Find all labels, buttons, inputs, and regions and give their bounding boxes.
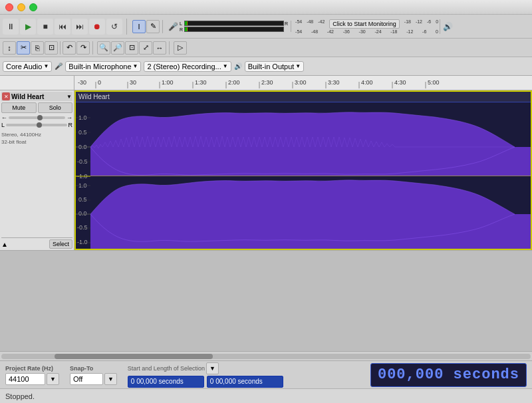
project-rate-input[interactable] bbox=[5, 373, 45, 385]
selection-start-input[interactable]: 0 00,000 seconds bbox=[128, 376, 204, 388]
timeline-ruler: -30 0 30 1:00 1:30 2:00 2:30 3:00 3:30 4… bbox=[0, 76, 532, 90]
track-select-button[interactable]: Select bbox=[49, 239, 72, 249]
redo-btn[interactable]: ↷ bbox=[76, 41, 90, 55]
mute-button[interactable]: Mute bbox=[1, 102, 37, 113]
snap-to-label: Snap-To bbox=[70, 365, 117, 372]
vu-fill-l bbox=[185, 21, 188, 25]
tools-section: I ✎ bbox=[130, 20, 163, 33]
click-to-monitor-button[interactable]: Click to Start Monitoring bbox=[329, 19, 400, 29]
output-device-select[interactable]: Built-in Output ▼ bbox=[245, 61, 305, 72]
next-button[interactable]: ⏭ bbox=[72, 19, 88, 35]
pencil-tool[interactable]: ✎ bbox=[146, 20, 160, 33]
snap-to-value: Off bbox=[70, 373, 103, 385]
loop-button[interactable]: ↺ bbox=[106, 19, 122, 35]
selection-group: Start and Length of Selection ▼ 0 00,000… bbox=[128, 362, 283, 388]
gain-row: ← → bbox=[1, 114, 72, 121]
main-track-area: ✕ Wild Heart ▼ Mute Solo ← → L R Stereo, bbox=[0, 90, 532, 250]
audio-host-select[interactable]: Core Audio ▼ bbox=[3, 61, 52, 72]
pause-button[interactable]: ⏸ bbox=[3, 19, 19, 35]
scrollbar-track[interactable] bbox=[1, 354, 531, 359]
track-arrow-icon[interactable]: ▲ bbox=[1, 241, 8, 248]
maximize-button[interactable] bbox=[29, 3, 37, 11]
big-time-display-container: 000,000 seconds bbox=[370, 363, 527, 387]
svg-text:3:30: 3:30 bbox=[328, 79, 340, 86]
scrollbar-thumb[interactable] bbox=[55, 354, 213, 359]
input-device-select[interactable]: Built-in Microphone ▼ bbox=[65, 61, 141, 72]
play-tools-section: ▷ bbox=[171, 41, 190, 55]
project-rate-group: Project Rate (Hz) ▼ bbox=[5, 365, 59, 385]
zoom-sel-btn[interactable]: ⊡ bbox=[125, 41, 138, 55]
waveform-display: Wild Heart 1.0 0.5 0.0 -0.5 -1.0 bbox=[74, 90, 532, 250]
svg-text:2:00: 2:00 bbox=[228, 79, 240, 86]
big-time-display: 000,000 seconds bbox=[370, 363, 527, 387]
envelope-tool-btn[interactable]: ✂ bbox=[17, 41, 30, 55]
play-button[interactable]: ▶ bbox=[20, 19, 36, 35]
mic-icon: 🎤 bbox=[168, 22, 178, 31]
zoom-out-btn[interactable]: 🔎 bbox=[111, 41, 124, 55]
pan-slider[interactable] bbox=[6, 124, 66, 126]
selection-end-input[interactable]: 0 00,000 seconds bbox=[207, 376, 283, 388]
vu-meter-l bbox=[184, 21, 284, 26]
zoom-fit-btn[interactable]: ⤢ bbox=[139, 41, 152, 55]
undo-btn[interactable]: ↶ bbox=[63, 41, 76, 55]
horizontal-scrollbar[interactable] bbox=[0, 351, 532, 360]
zoom-fit2-btn[interactable]: ↔ bbox=[153, 41, 166, 55]
traffic-lights bbox=[5, 3, 37, 11]
svg-text:2:30: 2:30 bbox=[261, 79, 273, 86]
svg-text:3:00: 3:00 bbox=[295, 79, 307, 86]
status-text: Stopped. bbox=[5, 392, 35, 400]
ruler-track-offset bbox=[0, 76, 74, 90]
channels-select[interactable]: 2 (Stereo) Recording... ▼ bbox=[144, 61, 231, 72]
minimize-button[interactable] bbox=[17, 3, 25, 11]
selection-type-dropdown[interactable]: ▼ bbox=[206, 362, 219, 374]
prev-button[interactable]: ⏮ bbox=[55, 19, 70, 35]
svg-text:4:30: 4:30 bbox=[394, 79, 406, 86]
track-collapse-button[interactable]: ▼ bbox=[66, 94, 72, 100]
transport-controls: ⏸ ▶ ■ ⏮ ⏭ ⏺ ↺ bbox=[3, 19, 127, 35]
waveform-title-bar: Wild Heart bbox=[76, 92, 531, 102]
zoom-tools-section: 🔍 🔎 ⊡ ⤢ ↔ bbox=[94, 41, 170, 55]
vsep1 bbox=[60, 41, 61, 55]
select-tool-btn[interactable]: ↕ bbox=[3, 41, 16, 55]
draw-tool-btn[interactable]: ⎘ bbox=[31, 41, 44, 55]
vu-scale-bottom: -54 -48 -42 -36 -30 -24 -18 -12 -6 0 bbox=[295, 29, 438, 34]
vu-r-right-label: R bbox=[285, 21, 288, 26]
status-bar: Stopped. bbox=[0, 388, 532, 403]
svg-text:0: 0 bbox=[98, 79, 101, 86]
input-vu-row: 🎤 L R R bbox=[168, 21, 288, 32]
vu-fill-r bbox=[185, 27, 188, 31]
toolbar-row1: ⏸ ▶ ■ ⏮ ⏭ ⏺ ↺ I ✎ 🎤 L R R bbox=[0, 15, 532, 39]
pan-row: L R bbox=[1, 122, 72, 128]
zoom-in-btn[interactable]: 🔍 bbox=[97, 41, 110, 55]
snap-to-group: Snap-To Off ▼ bbox=[70, 365, 117, 385]
cursor-tool[interactable]: I bbox=[132, 20, 146, 33]
speaker-icon: 🔊 bbox=[443, 22, 453, 31]
bottom-controls: Project Rate (Hz) ▼ Snap-To Off ▼ Start … bbox=[0, 360, 532, 388]
snap-to-dropdown[interactable]: ▼ bbox=[104, 373, 117, 385]
solo-button[interactable]: Solo bbox=[38, 102, 73, 113]
waveform-title: Wild Heart bbox=[78, 93, 110, 100]
vu-l-row: L R bbox=[180, 21, 288, 26]
speaker-icon-device: 🔊 bbox=[234, 63, 242, 70]
record-button[interactable]: ⏺ bbox=[89, 19, 105, 35]
input-vu-meters: L R R bbox=[180, 21, 288, 32]
svg-text:0.0: 0.0 bbox=[78, 210, 87, 217]
vu-r-label: R bbox=[180, 27, 184, 32]
play-cursor-btn[interactable]: ▷ bbox=[174, 41, 187, 55]
ruler-svg: -30 0 30 1:00 1:30 2:00 2:30 3:00 3:30 4… bbox=[74, 76, 532, 88]
track-name: Wild Heart bbox=[11, 93, 66, 100]
pan-thumb bbox=[37, 122, 42, 128]
project-rate-input-row: ▼ bbox=[5, 373, 59, 385]
input-vu-section: 🎤 L R R bbox=[166, 21, 291, 32]
vu-scale-top: -54 -48 -42 Click to Start Monitoring -1… bbox=[295, 19, 438, 29]
track-panel: ✕ Wild Heart ▼ Mute Solo ← → L R Stereo, bbox=[0, 90, 74, 250]
multi-tool-btn[interactable]: ⊡ bbox=[45, 41, 58, 55]
track-close-button[interactable]: ✕ bbox=[2, 92, 10, 100]
close-button[interactable] bbox=[5, 3, 13, 11]
snap-to-input-row: Off ▼ bbox=[70, 373, 117, 385]
stop-button[interactable]: ■ bbox=[37, 19, 53, 35]
svg-text:30: 30 bbox=[130, 79, 136, 86]
gain-slider[interactable] bbox=[9, 116, 65, 119]
project-rate-dropdown[interactable]: ▼ bbox=[47, 373, 59, 385]
svg-text:1:00: 1:00 bbox=[162, 79, 174, 86]
